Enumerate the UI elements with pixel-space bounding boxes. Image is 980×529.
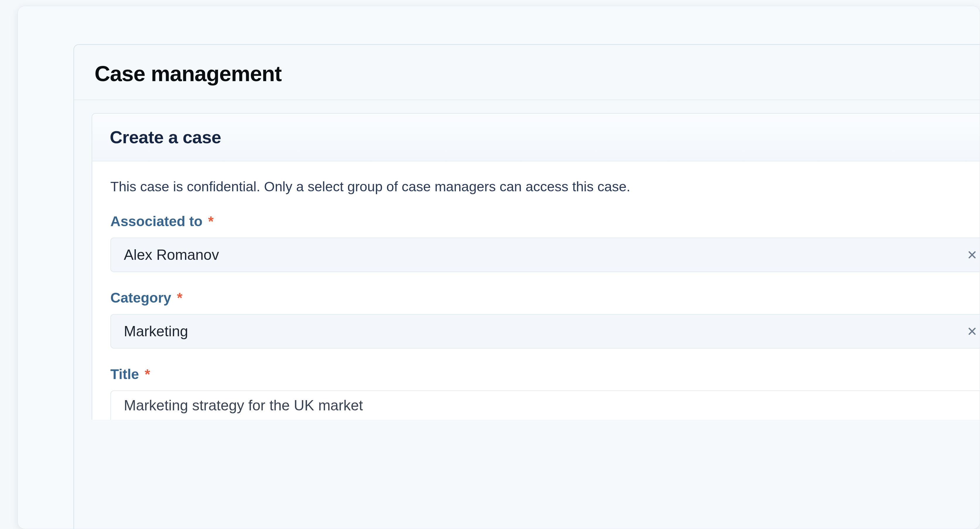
case-management-panel: Case management Create a case This case …: [73, 44, 980, 529]
title-label: Title *: [110, 366, 980, 382]
category-field-group: Category * Marketing: [110, 290, 980, 349]
required-asterisk: *: [145, 366, 150, 382]
associated-to-value: Alex Romanov: [124, 246, 967, 263]
panel-title: Case management: [95, 61, 959, 86]
title-label-text: Title: [110, 366, 139, 382]
associated-to-select[interactable]: Alex Romanov: [110, 237, 980, 272]
panel-header: Case management: [74, 45, 980, 100]
title-field-group: Title * Marketing strategy for the UK ma…: [110, 366, 980, 420]
associated-to-field-group: Associated to * Alex Romanov: [110, 213, 980, 272]
required-asterisk: *: [208, 214, 214, 229]
associated-to-label: Associated to *: [110, 213, 980, 229]
category-label: Category *: [110, 290, 980, 306]
clear-icon[interactable]: [966, 325, 978, 337]
title-input[interactable]: Marketing strategy for the UK market: [110, 390, 980, 420]
confidential-info-text: This case is confidential. Only a select…: [110, 178, 980, 194]
title-value: Marketing strategy for the UK market: [124, 397, 363, 414]
required-asterisk: *: [177, 290, 182, 306]
associated-to-label-text: Associated to: [110, 214, 202, 229]
form-body: This case is confidential. Only a select…: [92, 161, 980, 420]
clear-icon[interactable]: [966, 249, 978, 261]
category-label-text: Category: [110, 290, 171, 306]
form-title: Create a case: [110, 127, 962, 147]
create-case-card: Create a case This case is confidential.…: [92, 113, 980, 420]
category-value: Marketing: [124, 323, 967, 340]
outer-card: Case management Create a case This case …: [18, 6, 980, 529]
form-header: Create a case: [92, 114, 980, 161]
category-select[interactable]: Marketing: [110, 314, 980, 349]
